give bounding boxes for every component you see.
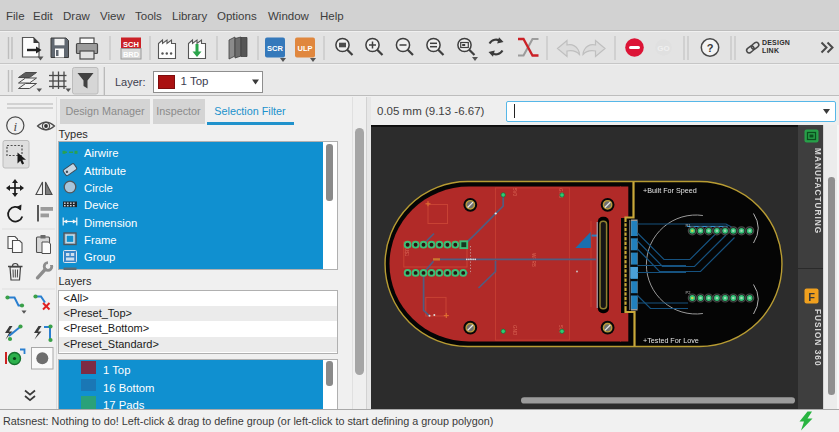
svg-text:P1: P1 xyxy=(686,223,692,228)
svg-text:F: F xyxy=(808,291,815,303)
svg-text:+Tested For Love: +Tested For Love xyxy=(643,336,699,345)
svg-text:+Built For Speed: +Built For Speed xyxy=(643,186,697,195)
svg-text:U$1: U$1 xyxy=(404,248,409,257)
svg-text:5V0: 5V0 xyxy=(512,188,517,197)
svg-text:?: ? xyxy=(707,42,714,54)
svg-text:SCH: SCH xyxy=(123,40,139,49)
svg-text:DESIGN: DESIGN xyxy=(762,39,790,46)
svg-text:LINK: LINK xyxy=(762,47,779,54)
svg-text:GND: GND xyxy=(512,325,517,336)
svg-text:ULP: ULP xyxy=(298,44,313,53)
svg-text:SCR: SCR xyxy=(267,44,283,53)
svg-text:GO: GO xyxy=(657,44,669,53)
svg-text:i: i xyxy=(13,119,17,134)
svg-text:BRD: BRD xyxy=(123,50,140,59)
svg-text:P2: P2 xyxy=(686,290,692,295)
